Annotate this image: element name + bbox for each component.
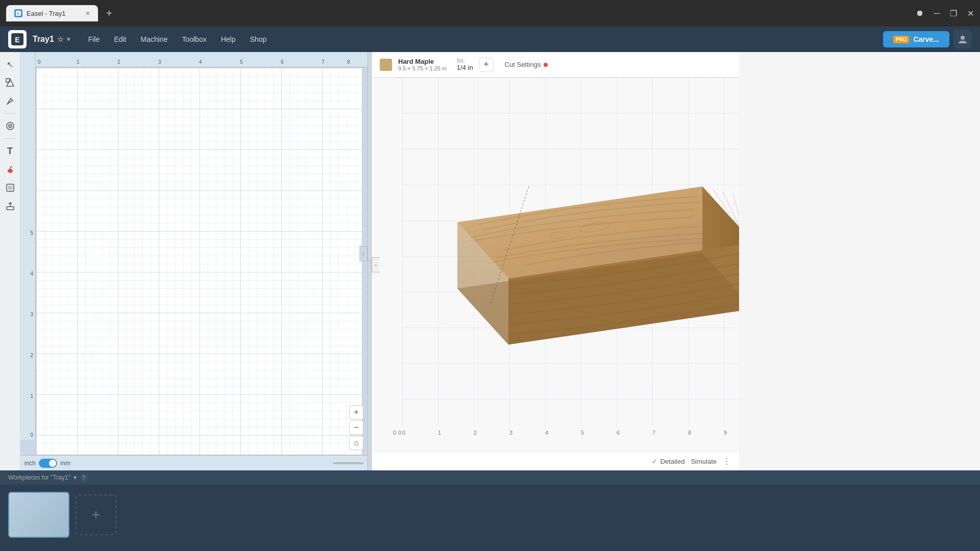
tab-icon: E (14, 9, 22, 17)
check-icon: ✓ (652, 458, 657, 465)
export-tool-button[interactable] (2, 198, 18, 214)
text-tool-button[interactable]: T (2, 143, 18, 159)
workpieces-header: Workpieces for "Tray1" ▾ ? (0, 470, 980, 485)
detailed-label: Detailed (660, 458, 685, 465)
svg-rect-13 (8, 186, 12, 190)
menu-file[interactable]: File (82, 32, 106, 46)
canvas-area: 0 1 2 3 4 5 0 1 2 3 4 5 (20, 52, 368, 470)
favorite-star-icon[interactable]: ☆ (57, 35, 64, 43)
panel-collapse-left-button[interactable]: ‹ (372, 257, 380, 272)
svg-point-11 (8, 169, 13, 173)
unit-toggle-switch[interactable] (39, 459, 57, 468)
workpiece-thumb-1[interactable] (8, 492, 69, 538)
material-dimensions: 9.5 × 5.75 × 1.25 in (398, 65, 447, 71)
menu-machine[interactable]: Machine (135, 32, 174, 46)
user-profile-button[interactable] (953, 30, 972, 48)
more-options-icon[interactable]: ⋮ (723, 457, 731, 466)
menu-toolbox[interactable]: Toolbox (176, 32, 212, 46)
svg-point-10 (10, 126, 11, 127)
add-workpiece-button[interactable]: + (76, 494, 116, 535)
tab-title: Easel - Tray1 (27, 10, 66, 17)
left-section: ↖ (0, 52, 368, 470)
3d-preview[interactable]: 0 1 2 3 4 5 6 7 8 9 10 0 0 (372, 78, 739, 452)
title-chevron-icon[interactable]: ▾ (67, 36, 70, 43)
unit-toggle: inch mm (24, 459, 70, 468)
zoom-in-button[interactable]: + (349, 405, 363, 419)
app-title: Tray1 ☆ ▾ (33, 35, 70, 44)
unit-mm-label: mm (60, 460, 70, 467)
menu-shop[interactable]: Shop (243, 32, 273, 46)
canvas-collapse-right-button[interactable]: › (359, 246, 368, 261)
panel-divider[interactable]: ⋮ (368, 52, 372, 470)
bit-info: Bit: 1/4 in (457, 58, 473, 71)
close-button[interactable]: ✕ (967, 9, 974, 18)
material-swatch (380, 59, 392, 71)
cut-settings-alert-icon (544, 63, 548, 67)
menu-help[interactable]: Help (215, 32, 242, 46)
tool-divider (4, 113, 16, 114)
import-tool-button[interactable] (2, 180, 18, 196)
browser-tab[interactable]: E Easel - Tray1 × (6, 5, 98, 21)
canvas-wrapper[interactable]: 0 1 2 3 4 5 0 1 2 3 4 5 (20, 52, 368, 455)
svg-line-7 (7, 104, 8, 105)
add-bit-button[interactable]: + (479, 58, 494, 72)
new-tab-button[interactable]: + (102, 8, 116, 19)
preview-ruler-bottom: 0 1 2 3 4 5 6 7 8 9 10 (402, 427, 739, 452)
grid-lines (36, 68, 362, 455)
workpieces-section: Workpieces for "Tray1" ▾ ? + (0, 470, 980, 551)
right-panel: Hard Maple 9.5 × 5.75 × 1.25 in Bit: 1/4… (372, 52, 739, 470)
zoom-reset-button[interactable]: ⌂ (349, 436, 363, 450)
unit-inch-label: inch (24, 460, 36, 467)
tool-divider-2 (4, 138, 16, 139)
workpieces-help-icon[interactable]: ? (80, 473, 88, 482)
toggle-knob (49, 460, 56, 467)
main-content: ↖ (0, 52, 980, 470)
carve-label: Carve... (913, 35, 939, 43)
paint-tool-button[interactable] (2, 161, 18, 178)
record-button[interactable]: ⏺ (916, 9, 924, 18)
browser-chrome: E Easel - Tray1 × + ⏺ ─ ❐ ✕ (0, 0, 980, 27)
app-container: E Tray1 ☆ ▾ File Edit Machine Toolbox He… (0, 27, 980, 551)
app-header: E Tray1 ☆ ▾ File Edit Machine Toolbox He… (0, 27, 980, 52)
detailed-toggle[interactable]: ✓ Detailed (652, 458, 685, 465)
svg-rect-14 (7, 207, 14, 210)
target-tool-button[interactable] (2, 118, 18, 134)
menu-bar: File Edit Machine Toolbox Help Shop (82, 32, 273, 46)
wood-block-3d (416, 161, 739, 377)
workpieces-list: + (0, 485, 980, 545)
design-canvas[interactable] (36, 67, 362, 455)
pro-badge: PRO (893, 36, 910, 43)
shape-tool-button[interactable] (2, 74, 18, 91)
zoom-controls: + − ⌂ (349, 405, 363, 450)
svg-text:E: E (17, 11, 20, 16)
select-tool-button[interactable]: ↖ (2, 56, 18, 72)
project-name: Tray1 (33, 35, 54, 44)
pen-tool-button[interactable] (2, 93, 18, 109)
tab-close-button[interactable]: × (86, 9, 90, 17)
ruler-top: 0 1 2 3 4 5 6 7 8 (36, 52, 368, 67)
ruler-left: 0 1 2 3 4 5 (20, 52, 36, 440)
menu-edit[interactable]: Edit (108, 32, 132, 46)
left-sidebar: ↖ (0, 52, 20, 470)
canvas-slider[interactable] (333, 462, 363, 464)
minimize-button[interactable]: ─ (934, 9, 940, 18)
cut-settings-label: Cut Settings (505, 61, 541, 68)
svg-text:E: E (15, 36, 19, 44)
origin-label-2: 0 (398, 430, 401, 436)
svg-marker-5 (7, 79, 14, 86)
bit-value: 1/4 in (457, 64, 473, 71)
right-section: Hard Maple 9.5 × 5.75 × 1.25 in Bit: 1/4… (372, 52, 739, 470)
right-panel-toolbar: Hard Maple 9.5 × 5.75 × 1.25 in Bit: 1/4… (372, 52, 739, 78)
canvas-bottom-bar: inch mm (20, 455, 368, 470)
carve-button[interactable]: PRO Carve... (883, 31, 949, 47)
workpieces-chevron-icon[interactable]: ▾ (74, 474, 77, 481)
simulate-button[interactable]: Simulate (691, 458, 717, 465)
window-controls: ⏺ ─ ❐ ✕ (916, 9, 974, 18)
restore-button[interactable]: ❐ (950, 9, 957, 18)
cut-settings-button[interactable]: Cut Settings (500, 58, 553, 71)
origin-label: 0 (393, 430, 396, 436)
workpieces-title: Workpieces for "Tray1" (8, 474, 70, 481)
material-info: Hard Maple 9.5 × 5.75 × 1.25 in (398, 58, 447, 71)
wood-svg (416, 161, 739, 375)
zoom-out-button[interactable]: − (349, 420, 363, 435)
